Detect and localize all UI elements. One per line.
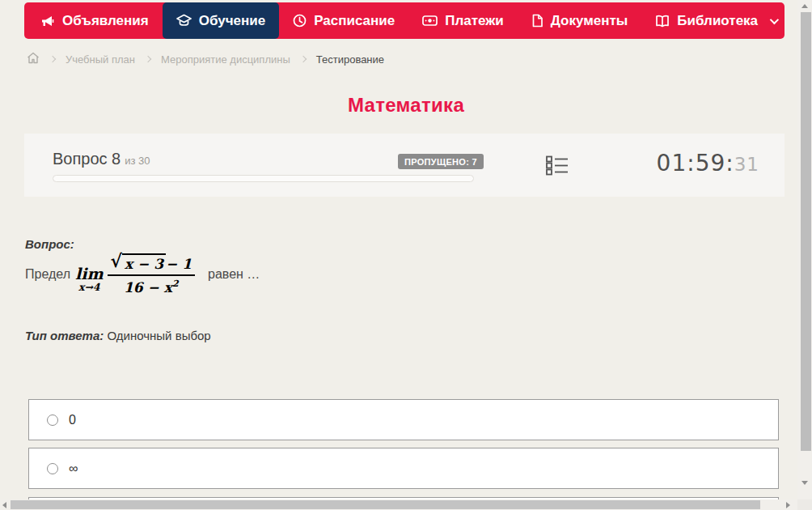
scroll-left-icon[interactable] (2, 502, 6, 508)
scroll-right-icon[interactable] (786, 502, 790, 508)
vertical-scrollbar[interactable] (797, 0, 812, 499)
nav-item-payments[interactable]: Платежи (408, 2, 518, 39)
nav-item-library[interactable]: Библиотека (641, 2, 790, 39)
question-list-icon[interactable] (546, 155, 569, 179)
nav-item-announcements[interactable]: Объявления (27, 2, 163, 39)
top-navbar: Объявления Обучение Расписание Платежи Д… (24, 2, 785, 39)
option-label: ∞ (69, 461, 78, 476)
breadcrumb: Учебный план Мероприятие дисциплины Тест… (27, 51, 384, 67)
scroll-up-icon[interactable] (801, 4, 808, 8)
chevron-down-icon (770, 15, 779, 23)
graduation-cap-icon (176, 14, 192, 28)
math-formula: lim x→4 √x − 3− 1 16 − x2 (75, 253, 195, 295)
breadcrumb-curriculum[interactable]: Учебный план (66, 53, 135, 66)
answer-type-value: Одиночный выбор (107, 329, 210, 342)
limit-operator: lim x→4 (75, 257, 104, 293)
page-title: Математика (0, 94, 812, 117)
book-icon (655, 15, 670, 28)
fraction-numerator: √x − 3− 1 (108, 253, 196, 276)
breadcrumb-testing: Тестирование (316, 53, 384, 66)
clock-icon (293, 14, 307, 28)
nav-item-label: Объявления (62, 13, 149, 29)
timer: 01:59:31 (657, 150, 759, 176)
nav-item-label: Обучение (199, 13, 265, 29)
horizontal-scrollbar[interactable] (0, 499, 797, 510)
document-icon (531, 14, 543, 28)
nav-item-label: Документы (551, 13, 628, 29)
breadcrumb-discipline-event[interactable]: Мероприятие дисциплины (161, 53, 290, 66)
question-number: Вопрос 8из 30 (53, 150, 150, 168)
radio-button[interactable] (47, 463, 58, 474)
vertical-scrollbar-thumb[interactable] (801, 12, 811, 451)
question-suffix: равен … (208, 267, 260, 282)
timer-main: 01:59: (657, 150, 734, 176)
scrollbar-corner (797, 499, 812, 510)
nav-item-label: Библиотека (677, 13, 758, 29)
nav-item-education[interactable]: Обучение (163, 2, 279, 39)
answer-option[interactable]: 0 (28, 399, 779, 440)
fraction: √x − 3− 1 16 − x2 (108, 253, 196, 295)
breadcrumb-separator-icon (49, 56, 56, 62)
answer-option[interactable]: ∞ (28, 448, 779, 489)
home-icon[interactable] (27, 52, 40, 66)
nav-item-label: Расписание (314, 13, 395, 29)
progress-bar (53, 175, 474, 182)
scroll-down-icon[interactable] (801, 481, 808, 485)
sqrt-icon: √ (111, 253, 122, 269)
nav-item-schedule[interactable]: Расписание (279, 2, 408, 39)
skipped-badge: ПРОПУЩЕНО: 7 (398, 154, 484, 169)
fraction-denominator: 16 − x2 (124, 276, 179, 295)
breadcrumb-separator-icon (145, 56, 151, 62)
radio-button[interactable] (47, 414, 58, 426)
option-label: 0 (69, 413, 76, 427)
question-text: Предел lim x→4 √x − 3− 1 16 − x2 равен … (25, 249, 260, 300)
question-prefix: Предел (25, 267, 70, 282)
answer-type: Тип ответа: Одиночный выбор (25, 329, 211, 342)
nav-item-documents[interactable]: Документы (518, 2, 642, 39)
nav-item-label: Платежи (445, 13, 504, 29)
breadcrumb-separator-icon (300, 56, 307, 62)
payment-card-icon (422, 15, 438, 27)
megaphone-icon (41, 15, 55, 28)
question-total: из 30 (125, 155, 150, 167)
timer-seconds: 31 (734, 154, 759, 175)
horizontal-scrollbar-thumb[interactable] (11, 500, 760, 509)
question-header-bar: Вопрос 8из 30 ПРОПУЩЕНО: 7 01:59:31 (24, 134, 785, 197)
answer-type-label: Тип ответа: (25, 329, 104, 342)
